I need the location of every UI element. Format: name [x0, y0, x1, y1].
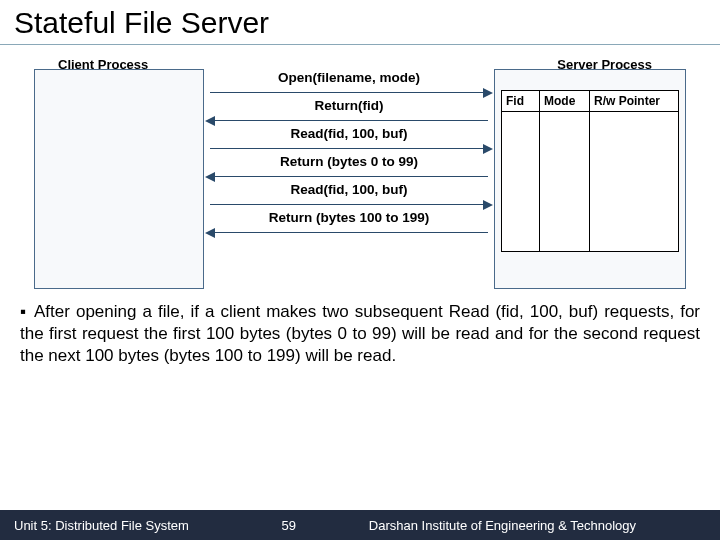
- msg-text: Return (bytes 100 to 199): [269, 210, 430, 225]
- arrow-line: [210, 204, 488, 206]
- body-text: After opening a file, if a client makes …: [20, 302, 700, 365]
- msg-open: Open(filename, mode): [206, 69, 492, 95]
- msg-read-2: Read(fid, 100, buf): [206, 181, 492, 207]
- arrow-right-icon: [483, 200, 493, 210]
- slide-title: Stateful File Server: [0, 0, 720, 45]
- client-process-box: [34, 69, 204, 289]
- file-table: Fid Mode R/w Pointer: [501, 90, 679, 252]
- file-table-header-mode: Mode: [540, 91, 590, 112]
- msg-read-1: Read(fid, 100, buf): [206, 125, 492, 151]
- msg-return-0-99: Return (bytes 0 to 99): [206, 153, 492, 179]
- arrow-right-icon: [483, 144, 493, 154]
- footer-institution: Darshan Institute of Engineering & Techn…: [329, 518, 720, 533]
- arrow-left-icon: [205, 228, 215, 238]
- arrow-line: [210, 92, 488, 94]
- body-paragraph: ▪After opening a file, if a client makes…: [20, 301, 700, 366]
- msg-text: Read(fid, 100, buf): [290, 182, 407, 197]
- arrow-line: [210, 148, 488, 150]
- sequence-diagram: Client Process Server Process File Table…: [14, 55, 706, 295]
- footer-page-number: 59: [249, 518, 329, 533]
- arrow-left-icon: [205, 172, 215, 182]
- file-table-header-rw: R/w Pointer: [590, 91, 679, 112]
- arrow-right-icon: [483, 88, 493, 98]
- message-column: Open(filename, mode) Return(fid) Read(fi…: [206, 69, 492, 237]
- msg-text: Open(filename, mode): [278, 70, 420, 85]
- file-table-header-fid: Fid: [502, 91, 540, 112]
- arrow-left-icon: [205, 116, 215, 126]
- msg-text: Return (bytes 0 to 99): [280, 154, 418, 169]
- bullet-icon: ▪: [20, 301, 34, 323]
- arrow-line: [210, 120, 488, 122]
- msg-text: Return(fid): [315, 98, 384, 113]
- msg-text: Read(fid, 100, buf): [290, 126, 407, 141]
- footer-unit: Unit 5: Distributed File System: [0, 518, 189, 533]
- arrow-line: [210, 232, 488, 234]
- server-process-box: Fid Mode R/w Pointer: [494, 69, 686, 289]
- msg-return-fid: Return(fid): [206, 97, 492, 123]
- msg-return-100-199: Return (bytes 100 to 199): [206, 209, 492, 235]
- file-table-row: [502, 112, 679, 252]
- arrow-line: [210, 176, 488, 178]
- footer-bar: Unit 5: Distributed File System 59 Darsh…: [0, 510, 720, 540]
